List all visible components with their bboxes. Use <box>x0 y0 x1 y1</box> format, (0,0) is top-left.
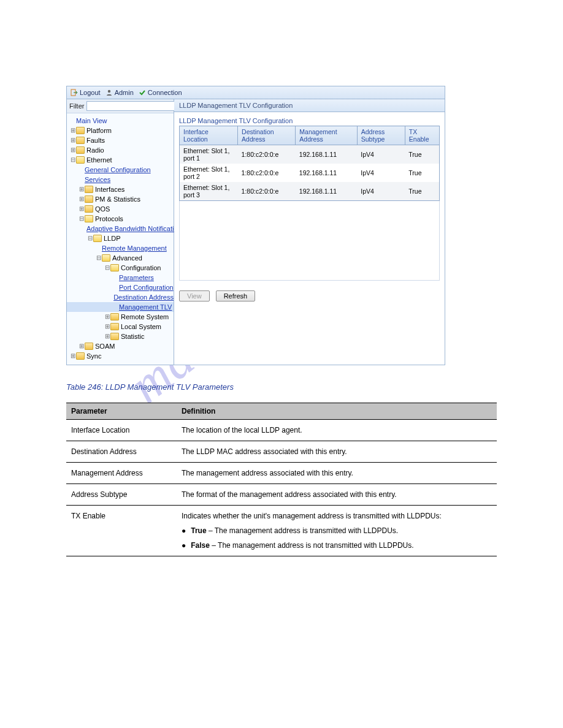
filter-input[interactable] <box>86 101 176 111</box>
nav-radio[interactable]: ⊞Radio <box>67 145 174 155</box>
nav-local-system-label: Local System <box>121 322 161 331</box>
nav-statistic-label: Statistic <box>121 332 145 341</box>
doc-bullet-text: – The management address is not transmit… <box>212 541 413 550</box>
folder-icon <box>85 343 93 350</box>
nav-adaptive-bw-label: Adaptive Bandwidth Notification <box>86 224 182 233</box>
folder-icon <box>85 195 93 203</box>
nav-ethernet[interactable]: ⊟Ethernet <box>67 155 174 165</box>
nav-interfaces[interactable]: ⊞Interfaces <box>67 184 174 194</box>
doc-cell-def: The management address associated with t… <box>177 463 497 484</box>
nav-port-config-label: Port Configuration <box>119 283 174 292</box>
tlv-table: Interface Location Destination Address M… <box>179 126 440 201</box>
table-empty-area <box>179 201 440 281</box>
cell-iface: Ethernet: Slot 1, port 1 <box>180 145 238 164</box>
folder-icon <box>76 137 85 144</box>
folder-open-icon <box>102 254 110 262</box>
doc-cell-param: Address Subtype <box>66 484 177 506</box>
nav-protocols-label: Protocols <box>95 214 123 223</box>
nav-advanced[interactable]: ⊟Advanced <box>67 253 174 263</box>
col-mgmt[interactable]: Management Address <box>296 126 357 145</box>
doc-table: Parameter Definition Interface LocationT… <box>66 403 497 556</box>
doc-content: Table 246: LLDP Management TLV Parameter… <box>66 382 497 556</box>
col-interface[interactable]: Interface Location <box>180 126 238 145</box>
nav-general-config[interactable]: General Configuration <box>67 165 174 175</box>
folder-icon <box>76 352 85 360</box>
nav-platform[interactable]: ⊞Platform <box>67 126 174 135</box>
doc-row: Management AddressThe management address… <box>66 463 497 484</box>
doc-row-bullet: ● False – The management address is not … <box>66 540 497 556</box>
nav-pm-statistics[interactable]: ⊞PM & Statistics <box>67 194 174 204</box>
doc-cell-param: Management Address <box>66 463 177 484</box>
logout-link[interactable]: Logout <box>71 89 101 96</box>
col-dest[interactable]: Destination Address <box>238 126 296 145</box>
cell-subtype: IpV4 <box>357 164 405 182</box>
nav-protocols[interactable]: ⊟Protocols <box>67 214 174 224</box>
button-row: View Refresh <box>179 290 440 301</box>
doc-th-def: Definition <box>177 403 497 420</box>
nav-configuration[interactable]: ⊟Configuration <box>67 263 174 273</box>
nav-lldp[interactable]: ⊟LLDP <box>67 233 174 243</box>
check-icon <box>139 89 146 96</box>
doc-cell-param: Destination Address <box>66 441 177 463</box>
cell-dest: 1:80:c2:0:0:e <box>238 145 296 164</box>
nav-dest-addr[interactable]: Destination Address <box>67 292 174 302</box>
nav-soam[interactable]: ⊞SOAM <box>67 341 174 351</box>
table-row[interactable]: Ethernet: Slot 1, port 1 1:80:c2:0:0:e 1… <box>180 145 440 164</box>
doc-bullet-text: – The management address is transmitted … <box>209 526 398 535</box>
connection-link[interactable]: Connection <box>139 89 182 96</box>
nav-statistic[interactable]: ⊞Statistic <box>67 332 174 341</box>
folder-icon <box>85 186 93 193</box>
logout-icon <box>71 89 78 96</box>
col-tx[interactable]: TX Enable <box>405 126 439 145</box>
nav-remote-system[interactable]: ⊞Remote System <box>67 312 174 322</box>
nav-lldp-label: LLDP <box>104 234 121 243</box>
nav-local-system[interactable]: ⊞Local System <box>67 322 174 332</box>
nav-port-config[interactable]: Port Configuration <box>67 282 174 292</box>
doc-cell-param: Interface Location <box>66 420 177 441</box>
nav-remote-mgmt[interactable]: Remote Management <box>67 243 174 253</box>
table-row[interactable]: Ethernet: Slot 1, port 3 1:80:c2:0:0:e 1… <box>180 182 440 201</box>
nav-qos[interactable]: ⊞QOS <box>67 204 174 214</box>
cell-subtype: IpV4 <box>357 182 405 201</box>
table-row[interactable]: Ethernet: Slot 1, port 2 1:80:c2:0:0:e 1… <box>180 164 440 182</box>
admin-link[interactable]: Admin <box>105 89 134 96</box>
nav-services[interactable]: Services <box>67 175 174 184</box>
nav-advanced-label: Advanced <box>112 254 142 262</box>
refresh-button[interactable]: Refresh <box>216 290 256 301</box>
cell-tx: True <box>405 182 439 201</box>
folder-icon <box>110 333 119 340</box>
folder-open-icon <box>76 156 85 164</box>
nav-ethernet-label: Ethernet <box>86 156 112 164</box>
doc-row-bullet: ● True – The management address is trans… <box>66 525 497 540</box>
folder-icon <box>76 146 85 154</box>
nav-adaptive-bw[interactable]: Adaptive Bandwidth Notification <box>67 224 174 233</box>
cell-mgmt: 192.168.1.11 <box>296 164 357 182</box>
admin-label: Admin <box>115 89 134 96</box>
doc-bullet-bold: True <box>191 526 206 535</box>
bullet-icon: ● <box>182 540 186 551</box>
content-title: LLDP Management TLV Configuration <box>174 99 445 112</box>
nav-radio-label: Radio <box>86 146 104 154</box>
view-button[interactable]: View <box>179 290 210 301</box>
cell-dest: 1:80:c2:0:0:e <box>238 164 296 182</box>
folder-icon <box>85 205 93 213</box>
filter-label: Filter <box>69 102 84 110</box>
doc-row: Address SubtypeThe format of the managem… <box>66 484 497 506</box>
nav-mgmt-tlv[interactable]: Management TLV <box>67 302 174 312</box>
cell-tx: True <box>405 145 439 164</box>
nav-interfaces-label: Interfaces <box>95 185 124 194</box>
nav-configuration-label: Configuration <box>121 264 161 272</box>
folder-open-icon <box>93 235 102 242</box>
section-title: LLDP Management TLV Configuration <box>179 117 440 124</box>
content-panel: LLDP Management TLV Configuration LLDP M… <box>174 99 445 365</box>
user-icon <box>105 89 113 96</box>
col-subtype[interactable]: Address Subtype <box>357 126 405 145</box>
nav-faults[interactable]: ⊞Faults <box>67 135 174 145</box>
doc-row: Destination AddressThe LLDP MAC address … <box>66 441 497 463</box>
nav-main-view[interactable]: Main View <box>67 116 174 126</box>
nav-sync[interactable]: ⊞Sync <box>67 351 174 361</box>
doc-cell-def: The LLDP MAC address associated with thi… <box>177 441 497 463</box>
folder-icon <box>110 323 119 330</box>
nav-soam-label: SOAM <box>95 342 115 351</box>
nav-parameters[interactable]: Parameters <box>67 273 174 282</box>
